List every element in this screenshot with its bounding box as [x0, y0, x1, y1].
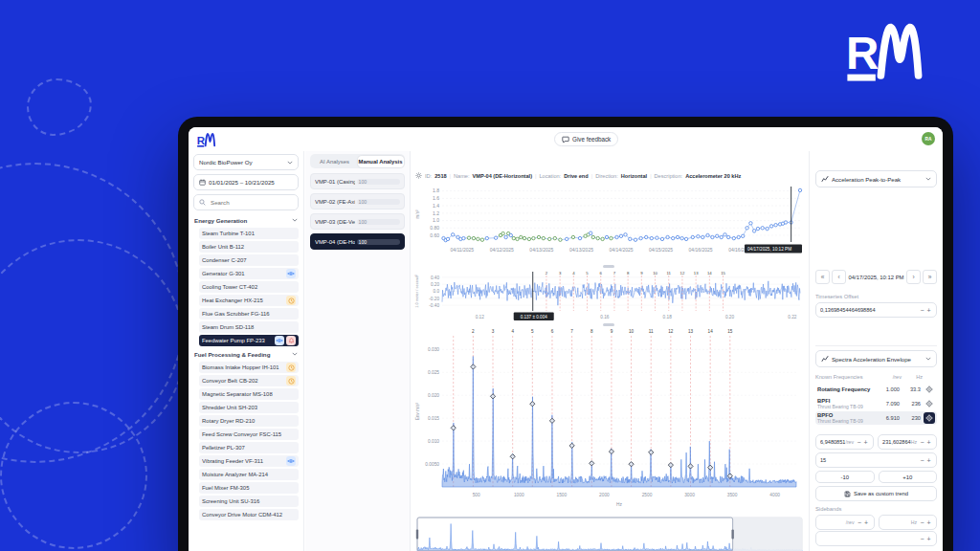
equipment-item[interactable]: Cooling Tower CT-402	[199, 281, 299, 293]
increment-button[interactable]: +	[925, 439, 932, 446]
svg-text:0.16: 0.16	[600, 315, 610, 320]
save-custom-trend-button[interactable]: Save as custom trend	[815, 486, 937, 501]
trend-metric-value: Acceleration Peak-to-Peak	[832, 176, 923, 183]
increment-button[interactable]: +	[862, 439, 869, 446]
equipment-label: Flue Gas Scrubber FG-116	[202, 311, 296, 317]
equipment-label: Condenser C-207	[202, 257, 296, 263]
sideband-hz-input[interactable]: Hz − +	[879, 515, 938, 530]
select-frequency-button[interactable]	[924, 384, 935, 395]
equipment-item[interactable]: Heat Exchanger HX-215	[199, 295, 299, 306]
sideband-count-input[interactable]: − +	[815, 531, 937, 546]
analysis-tabs: AI AnalysesManual Analysis	[310, 154, 405, 168]
equipment-section-header[interactable]: Energy Generation	[194, 214, 298, 226]
minus-ten-button[interactable]: -10	[815, 471, 875, 483]
equipment-item[interactable]: Pelletizer PL-307	[199, 442, 299, 453]
app-logo-icon: R	[196, 131, 217, 147]
sensor-item[interactable]: VMP-01 (Casing-Top)100	[310, 173, 405, 189]
equipment-item[interactable]: Generator G-301	[199, 268, 299, 279]
equipment-item[interactable]: Feed Screw Conveyor FSC-115	[199, 429, 299, 440]
plus-ten-button[interactable]: +10	[879, 471, 938, 483]
equipment-item[interactable]: Condenser C-207	[199, 254, 299, 266]
decrement-button[interactable]: −	[919, 457, 925, 464]
equipment-item[interactable]: Steam Drum SD-118	[199, 321, 299, 333]
equipment-item[interactable]: Biomass Intake Hopper IH-101	[199, 362, 299, 373]
frequency-rev-input[interactable]: 6,9480851 /rev − +	[815, 434, 874, 450]
increment-button[interactable]: +	[925, 536, 932, 542]
equipment-item[interactable]: Flue Gas Scrubber FG-116	[199, 308, 299, 320]
last-measurement-button[interactable]: »	[923, 270, 937, 284]
equipment-item[interactable]: Feedwater Pump FP-233	[199, 335, 299, 346]
equipment-label: Biomass Intake Hopper IH-101	[202, 364, 284, 370]
first-measurement-button[interactable]: «	[815, 270, 830, 284]
trend-metric-selector[interactable]: Acceleration Peak-to-Peak	[815, 170, 937, 187]
known-frequency-row[interactable]: BPFIThrust Bearing TB-097.090236	[815, 397, 937, 410]
date-range-value: 01/01/2025 – 10/21/2025	[209, 179, 293, 186]
chevron-down-icon	[287, 161, 293, 165]
meta-direction-label: Direction:	[595, 173, 618, 179]
decrement-button[interactable]: −	[919, 536, 925, 542]
prev-measurement-button[interactable]: ‹	[832, 270, 846, 284]
svg-text:R: R	[846, 28, 879, 78]
equipment-item[interactable]: Screening Unit SU-316	[199, 496, 299, 507]
select-frequency-button[interactable]	[924, 412, 935, 424]
org-selector[interactable]: Nordic BioPower Oy	[193, 154, 299, 170]
svg-text:1.0: 1.0	[433, 217, 439, 223]
frequency-hz-input[interactable]: 231,602864 Hz − +	[878, 434, 937, 450]
increment-button[interactable]: +	[863, 519, 870, 526]
harmonics-count-input[interactable]: 15 − +	[815, 452, 937, 468]
svg-text:7: 7	[613, 271, 616, 276]
decrement-button[interactable]: −	[919, 307, 925, 314]
increment-button[interactable]: +	[925, 519, 932, 526]
equipment-item[interactable]: Conveyor Drive Motor CDM-412	[199, 509, 299, 520]
trend-chart[interactable]: 0.600.801.01.21.41.61.8m/s²04/11/202504/…	[413, 183, 806, 267]
next-measurement-button[interactable]: ›	[906, 270, 921, 284]
increment-button[interactable]: +	[925, 457, 932, 464]
equipment-section-header[interactable]: Fuel Processing & Feeding	[194, 348, 298, 360]
known-frequency-row[interactable]: Rotating Frequency1.00033.3	[815, 383, 937, 396]
brush-handle[interactable]	[731, 530, 733, 540]
equipment-item[interactable]: Steam Turbine T-101	[199, 228, 299, 239]
timeseries-offset-input[interactable]: 0,13698454464698864 − +	[815, 302, 937, 318]
sensor-label: VMP-04 (DE-Horizontal)	[315, 239, 355, 245]
increment-button[interactable]: +	[925, 307, 932, 314]
brush-handle[interactable]	[416, 530, 418, 540]
user-avatar[interactable]: RA	[922, 132, 935, 145]
svg-text:04/12/2025: 04/12/2025	[490, 247, 514, 253]
search-input[interactable]	[209, 198, 293, 207]
give-feedback-button[interactable]: Give feedback	[554, 132, 618, 146]
meta-name-label: Name:	[454, 173, 469, 179]
decrement-button[interactable]: −	[856, 439, 862, 446]
sensor-item[interactable]: VMP-03 (DE-Vertical)100	[310, 213, 405, 230]
spectra-metric-selector[interactable]: Spectra Acceleration Envelope	[815, 350, 937, 367]
decrement-button[interactable]: −	[919, 519, 925, 526]
svg-text:04/13/2025: 04/13/2025	[569, 247, 593, 253]
equipment-item[interactable]: Conveyor Belt CB-202	[199, 375, 299, 386]
select-frequency-button[interactable]	[924, 398, 935, 409]
frequency-name: BPFOThrust Bearing TB-09	[817, 412, 879, 424]
tab-ai-analyses[interactable]: AI Analyses	[312, 156, 358, 167]
known-frequency-row[interactable]: BPFOThrust Bearing TB-096.910230	[815, 411, 937, 425]
chart-resize-handle[interactable]	[603, 265, 614, 268]
equipment-item[interactable]: Fuel Mixer FM-305	[199, 482, 299, 494]
equipment-item[interactable]: Boiler Unit B-112	[199, 241, 299, 253]
equipment-item[interactable]: Magnetic Separator MS-108	[199, 388, 299, 400]
spectrum-overview-brush[interactable]	[413, 516, 806, 551]
decrement-button[interactable]: −	[919, 439, 925, 446]
gear-icon[interactable]	[415, 172, 422, 179]
timeseries-chart[interactable]: 0.400.200.0-0.20-0.401.0 meter / second²…	[413, 269, 806, 324]
frequency-hz: 236	[900, 401, 921, 407]
tab-manual-analysis[interactable]: Manual Analysis	[358, 156, 404, 167]
sensor-item[interactable]: VMP-02 (FE-Axial)100	[310, 193, 405, 209]
equipment-item[interactable]: Moisture Analyzer MA-214	[199, 469, 299, 480]
spectrum-chart[interactable]: 0.00500.0100.0150.0200.0250.030Env m/s²2…	[413, 326, 806, 514]
equipment-item[interactable]: Shredder Unit SH-203	[199, 402, 299, 413]
measurement-pagination: « ‹ 04/17/2025, 10:12 PM › »	[815, 270, 937, 284]
equipment-item[interactable]: Vibrating Feeder VF-311	[199, 455, 299, 467]
equipment-item[interactable]: Rotary Dryer RD-210	[199, 415, 299, 427]
decrement-button[interactable]: −	[857, 519, 863, 526]
sideband-rev-input[interactable]: /rev − +	[815, 515, 875, 530]
sensor-item[interactable]: VMP-04 (DE-Horizontal)100	[310, 233, 405, 250]
svg-text:500: 500	[473, 493, 480, 497]
svg-text:11: 11	[649, 329, 654, 334]
date-range-picker[interactable]: 01/01/2025 – 10/21/2025	[193, 174, 299, 190]
